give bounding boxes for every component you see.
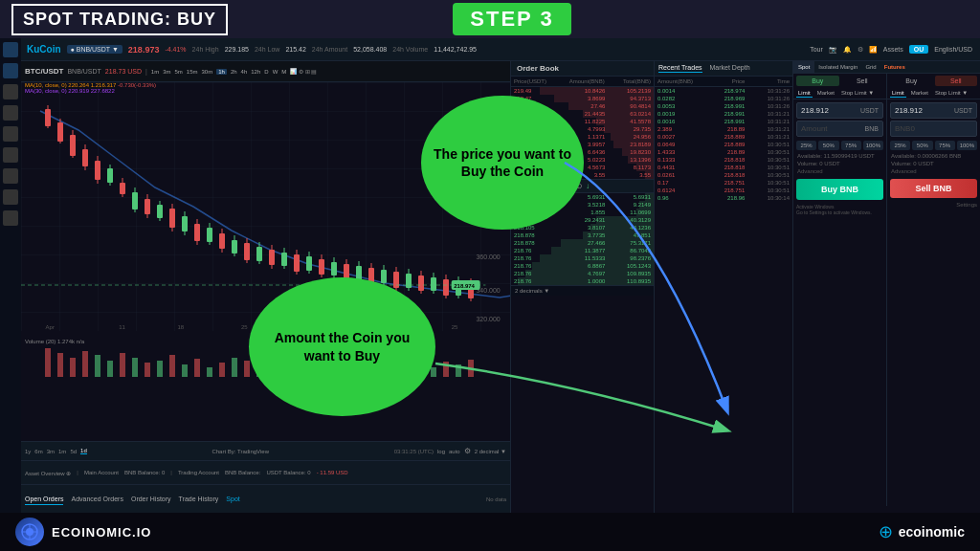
tf-w[interactable]: W xyxy=(273,69,278,75)
r-pct-75[interactable]: 75% xyxy=(935,141,955,150)
kucoin-logo: KuCoin xyxy=(27,44,61,55)
buy-amount-placeholder[interactable]: Amount xyxy=(801,124,828,133)
sidebar-icon-4[interactable] xyxy=(3,105,18,121)
tf-2h[interactable]: 2h xyxy=(231,69,237,75)
list-item: 0.0014218.97410:31:26 xyxy=(655,87,792,95)
tf-m[interactable]: M xyxy=(281,69,286,75)
table-row: 219.4910.8426105.2139 xyxy=(511,87,654,95)
sell-tab-right[interactable]: Sell xyxy=(935,76,978,86)
tf-3m[interactable]: 3m xyxy=(163,69,170,75)
svg-rect-91 xyxy=(45,348,51,377)
tab-grid[interactable]: Grid xyxy=(861,61,880,73)
decimals-label[interactable]: 2 decimals ▼ xyxy=(515,288,549,294)
asset-overview-label[interactable]: Asset Overview ⊕ xyxy=(25,470,71,476)
tf-15m[interactable]: 15m xyxy=(187,69,198,75)
tab-spot[interactable]: Spot xyxy=(793,61,814,73)
btc-pair: BTC/USDT xyxy=(25,67,63,76)
tf-12h[interactable]: 12h xyxy=(251,69,260,75)
tc-1d[interactable]: 1d xyxy=(80,448,87,454)
sidebar-icon-1[interactable] xyxy=(3,42,18,57)
sidebar-icon-2[interactable] xyxy=(3,63,18,78)
sell-bnb-button[interactable]: Sell BNB xyxy=(890,179,977,198)
tf-4h[interactable]: 4h xyxy=(241,69,248,75)
r-pct-25[interactable]: 25% xyxy=(890,141,910,150)
settings-link[interactable]: Settings xyxy=(887,200,980,209)
tc-1m[interactable]: 1m xyxy=(58,449,66,454)
list-item: 0.0016218.99110:31:21 xyxy=(655,118,792,125)
tab-order-history[interactable]: Order History xyxy=(131,496,171,502)
tab-advanced-orders[interactable]: Advanced Orders xyxy=(71,496,122,502)
step-badge: STEP 3 xyxy=(453,3,570,35)
ou-button[interactable]: OU xyxy=(909,45,929,54)
log-btn[interactable]: log xyxy=(437,449,445,454)
tc-6m[interactable]: 6m xyxy=(34,449,42,454)
buy-pct-buttons: 25% 50% 75% 100% xyxy=(793,139,886,152)
sidebar-icon-6[interactable] xyxy=(3,147,18,163)
sidebar-icon-8[interactable] xyxy=(3,189,18,205)
r-pct-50[interactable]: 50% xyxy=(912,141,932,150)
high-label: 24h High xyxy=(192,46,219,53)
tour-btn[interactable]: Tour xyxy=(810,46,823,53)
buy-tab-right[interactable]: Buy xyxy=(890,76,933,86)
sidebar-icon-7[interactable] xyxy=(3,168,18,184)
sidebar-icon-5[interactable] xyxy=(3,126,18,142)
auto-btn[interactable]: auto xyxy=(449,449,460,454)
tab-futures[interactable]: Futures xyxy=(880,61,909,73)
pct-50[interactable]: 50% xyxy=(818,141,838,150)
ot-market-r[interactable]: Market xyxy=(909,89,930,98)
ot-limit[interactable]: Limit xyxy=(796,89,813,98)
ot-market[interactable]: Market xyxy=(815,89,836,98)
table-row: 218.764.7697109.8935 xyxy=(511,270,654,277)
tc-5d[interactable]: 5d xyxy=(70,449,77,454)
pct-75[interactable]: 75% xyxy=(841,141,861,150)
tc-1y[interactable]: 1y xyxy=(25,449,31,454)
buy-side-form: Buy Sell Limit Market Stop Limit ▼ 218.9… xyxy=(793,74,887,506)
advanced-link-right[interactable]: Advanced xyxy=(887,167,980,175)
tc-3m[interactable]: 3m xyxy=(47,449,55,454)
language-selector[interactable]: English/USD xyxy=(934,46,972,53)
sell-amount-placeholder[interactable]: BNB0 xyxy=(895,124,915,133)
list-item: 2.389218.8910:31:21 xyxy=(655,125,792,133)
list-item: 0.1333218.81810:30:51 xyxy=(655,156,792,164)
tab-trade-history[interactable]: Trade History xyxy=(179,496,219,502)
svg-rect-94 xyxy=(82,351,88,377)
sell-tab-left[interactable]: Sell xyxy=(841,76,884,86)
high-val: 229.185 xyxy=(225,46,249,53)
buy-tab[interactable]: Buy xyxy=(796,76,839,86)
tab-isolated-margin[interactable]: Isolated Margin xyxy=(814,61,861,73)
svg-rect-102 xyxy=(182,364,188,377)
settings-icon[interactable]: ⚙ xyxy=(464,447,471,455)
tab-recent-trades[interactable]: Recent Trades xyxy=(658,64,702,73)
ob-controls: 2 decimals ▼ xyxy=(511,285,654,296)
tab-spot[interactable]: Spot xyxy=(226,496,239,502)
ecoinomic-text: ECOINOMIC.IO xyxy=(52,525,151,540)
advanced-link[interactable]: Advanced xyxy=(793,167,886,175)
top-banner: SPOT TRADING: BUY STEP 3 xyxy=(0,0,980,38)
tf-1h[interactable]: 1h xyxy=(216,69,227,75)
tab-market-depth[interactable]: Market Depth xyxy=(710,64,750,73)
buy-bnb-button[interactable]: Buy BNB xyxy=(796,179,883,200)
chart-tools[interactable]: 📊 ⚙ ⊞ ▤ xyxy=(290,68,317,75)
pair-badge[interactable]: ● BNB/USDT ▼ xyxy=(67,45,122,54)
list-item: 0.0261218.81810:30:51 xyxy=(655,171,792,179)
decimals-select[interactable]: 2 decimal ▼ xyxy=(475,449,506,454)
tf-top-tabs: Spot Isolated Margin Grid Futures xyxy=(793,61,980,74)
r-pct-100[interactable]: 100% xyxy=(957,141,977,150)
pct-100[interactable]: 100% xyxy=(863,141,883,150)
time-controls: 1y 6m 3m 1m 5d 1d Chart By: TradingView … xyxy=(21,441,510,460)
tf-1m[interactable]: 1m xyxy=(151,69,159,75)
sidebar-icon-9[interactable] xyxy=(3,210,18,226)
tf-5m[interactable]: 5m xyxy=(175,69,183,75)
tf-d[interactable]: D xyxy=(264,69,268,75)
ot-stop-r[interactable]: Stop Limit ▼ xyxy=(933,89,969,98)
pct-25[interactable]: 25% xyxy=(796,141,816,150)
sidebar-icon-3[interactable] xyxy=(3,84,18,99)
svg-text:25: 25 xyxy=(241,324,248,330)
svg-text:Apr: Apr xyxy=(46,324,55,330)
chart-type: Chart By: TradingView xyxy=(212,449,269,454)
tf-30m[interactable]: 30m xyxy=(202,69,213,75)
ot-stop-limit[interactable]: Stop Limit ▼ xyxy=(839,89,876,98)
ot-limit-r[interactable]: Limit xyxy=(890,89,906,98)
tab-open-orders[interactable]: Open Orders xyxy=(25,494,63,505)
svg-rect-125 xyxy=(468,360,474,377)
